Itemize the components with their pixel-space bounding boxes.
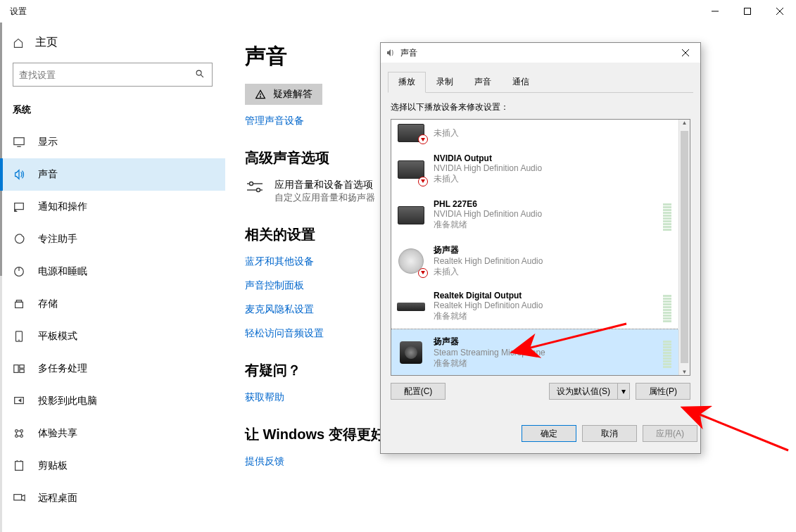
nav-item-8[interactable]: 投影到此电脑 <box>0 385 225 417</box>
svg-rect-16 <box>20 365 24 369</box>
svg-rect-27 <box>15 462 23 471</box>
device-sub: Realtek High Definition Audio <box>434 256 674 266</box>
nav-item-6[interactable]: 平板模式 <box>0 320 225 353</box>
nav-label: 体验共享 <box>38 427 77 440</box>
nav-label: 显示 <box>38 136 58 148</box>
nav-item-10[interactable]: 剪贴板 <box>0 450 225 482</box>
unplugged-badge-icon <box>418 177 428 186</box>
svg-rect-8 <box>15 203 24 210</box>
feedback-link[interactable]: 提供反馈 <box>245 455 768 468</box>
device-thumb-icon <box>396 154 427 185</box>
warning-icon <box>255 89 266 100</box>
dialog-tab-3[interactable]: 通信 <box>502 72 540 93</box>
device-item-5[interactable]: 扬声器Steam Streaming Microphone准备就绪 <box>391 329 678 375</box>
unplugged-badge-icon <box>418 134 428 144</box>
nav-item-9[interactable]: 体验共享 <box>0 417 225 450</box>
nav-label: 通知和操作 <box>38 201 87 213</box>
nav-label: 电源和睡眠 <box>38 265 87 278</box>
dialog-description: 选择以下播放设备来修改设置： <box>391 101 690 113</box>
nav-icon <box>13 298 25 310</box>
cancel-button[interactable]: 取消 <box>582 425 637 442</box>
svg-point-34 <box>250 182 253 186</box>
nav-item-2[interactable]: 通知和操作 <box>0 191 225 223</box>
device-status: 未插入 <box>434 173 674 185</box>
nav-item-4[interactable]: 电源和睡眠 <box>0 255 225 288</box>
nav-icon <box>13 427 25 440</box>
device-item-0[interactable]: 未插入 <box>391 120 678 146</box>
device-item-4[interactable]: Realtek Digital OutputRealtek High Defin… <box>391 284 678 329</box>
nav-item-1[interactable]: 声音 <box>0 158 225 191</box>
device-name: 扬声器 <box>434 244 674 256</box>
volume-level-meter <box>663 337 671 368</box>
nav-item-11[interactable]: 远程桌面 <box>0 482 225 514</box>
nav-label: 存储 <box>38 298 58 310</box>
device-status: 准备就绪 <box>434 310 656 322</box>
scroll-down-icon: ▼ <box>679 369 690 375</box>
dialog-tab-0[interactable]: 播放 <box>388 72 426 93</box>
close-button[interactable] <box>764 0 796 23</box>
troubleshoot-label: 疑难解答 <box>273 88 312 101</box>
nav-icon <box>13 168 25 181</box>
nav-item-3[interactable]: 专注助手 <box>0 223 225 255</box>
window-controls <box>699 0 796 23</box>
search-icon <box>195 69 206 80</box>
minimize-button[interactable] <box>699 0 731 23</box>
ok-button[interactable]: 确定 <box>522 425 576 442</box>
nav-icon <box>13 136 25 148</box>
device-item-3[interactable]: 扬声器Realtek High Definition Audio未插入 <box>391 238 678 284</box>
device-name: NVIDIA Output <box>434 153 674 163</box>
apply-button[interactable]: 应用(A) <box>643 425 697 442</box>
app-volume-title: 应用音量和设备首选项 <box>274 179 375 191</box>
svg-point-21 <box>15 435 18 438</box>
nav-icon <box>13 265 25 278</box>
search-box[interactable] <box>13 63 213 87</box>
device-name: Realtek Digital Output <box>434 291 656 300</box>
dialog-close-button[interactable] <box>675 46 696 60</box>
device-sub: NVIDIA High Definition Audio <box>434 209 656 219</box>
svg-point-19 <box>15 430 18 433</box>
troubleshoot-button[interactable]: 疑难解答 <box>245 84 322 105</box>
dropdown-arrow-icon[interactable]: ▾ <box>617 383 630 400</box>
dialog-tab-2[interactable]: 声音 <box>464 72 502 93</box>
maximize-button[interactable] <box>731 0 764 23</box>
section-label: 系统 <box>0 99 225 126</box>
nav-icon <box>13 362 25 375</box>
nav-item-7[interactable]: 多任务处理 <box>0 353 225 385</box>
search-input[interactable] <box>19 70 195 80</box>
dialog-tab-1[interactable]: 录制 <box>426 72 464 93</box>
device-status: 准备就绪 <box>434 219 656 231</box>
svg-rect-11 <box>15 302 23 308</box>
device-item-1[interactable]: NVIDIA OutputNVIDIA High Definition Audi… <box>391 146 678 192</box>
nav-label: 剪贴板 <box>38 460 68 472</box>
nav-item-5[interactable]: 存储 <box>0 288 225 320</box>
nav-label: 投影到此电脑 <box>38 395 97 407</box>
nav-icon <box>13 233 25 246</box>
nav-item-0[interactable]: 显示 <box>0 126 225 158</box>
svg-rect-17 <box>20 369 24 373</box>
svg-rect-1 <box>745 8 751 15</box>
scroll-up-icon: ▲ <box>679 120 690 126</box>
home-button[interactable]: 主页 <box>0 30 225 56</box>
nav-label: 多任务处理 <box>38 362 87 375</box>
nav-icon <box>13 395 25 407</box>
device-status: 准备就绪 <box>434 357 656 369</box>
configure-button[interactable]: 配置(C) <box>391 383 446 400</box>
svg-rect-30 <box>14 495 22 500</box>
unplugged-badge-icon <box>418 268 428 278</box>
nav-icon <box>13 201 25 213</box>
properties-button[interactable]: 属性(P) <box>636 383 690 400</box>
dialog-title: 声音 <box>400 47 417 59</box>
set-default-button[interactable]: 设为默认值(S) ▾ <box>549 383 630 400</box>
volume-level-meter <box>663 291 671 322</box>
device-thumb-icon <box>396 200 427 231</box>
volume-level-meter <box>663 200 671 231</box>
dialog-titlebar: 声音 <box>381 43 700 63</box>
svg-rect-6 <box>14 138 24 145</box>
device-status: 未插入 <box>434 127 674 139</box>
device-list-scrollbar[interactable]: ▲ ▼ <box>678 120 690 375</box>
nav-label: 平板模式 <box>38 330 77 343</box>
device-item-2[interactable]: PHL 227E6NVIDIA High Definition Audio准备就… <box>391 192 678 238</box>
device-thumb-icon <box>396 291 427 322</box>
sliders-icon <box>245 180 265 194</box>
sound-dialog: 声音 播放录制声音通信 选择以下播放设备来修改设置： 未插入NVIDIA Out… <box>380 42 701 454</box>
